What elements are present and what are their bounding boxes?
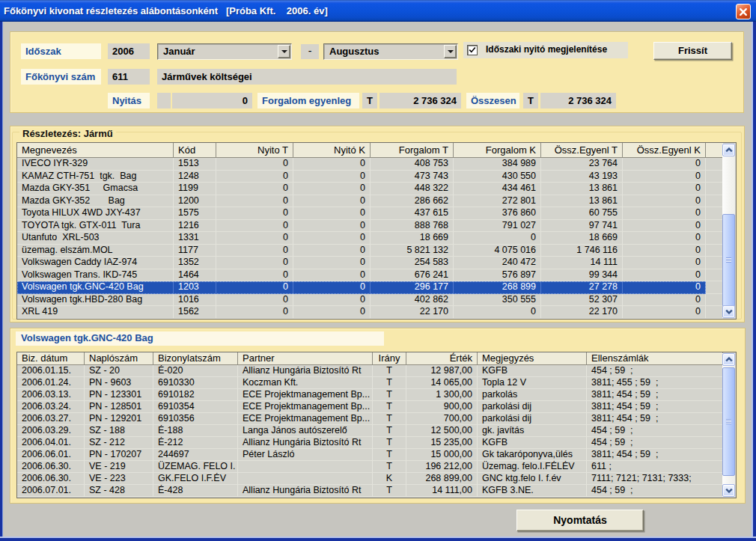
print-button[interactable]: Nyomtatás xyxy=(516,510,644,531)
table-row[interactable]: 2006.06.30.VE - 223GK.FELO I.F.ÉVK268 89… xyxy=(17,473,723,485)
table-row[interactable]: Volkswagen Trans. IKD-745146400676 24157… xyxy=(17,269,723,282)
year-field[interactable]: 2006 xyxy=(108,43,150,59)
column-header[interactable]: Össz.Egyenl T xyxy=(541,143,623,157)
table-row[interactable]: Volswagen tgk.GNC-420 Bag120300296 17726… xyxy=(17,281,723,294)
table-row[interactable]: IVECO IYR-329151300408 753384 98923 7640 xyxy=(17,158,723,171)
cell: SZ - 188 xyxy=(85,425,153,437)
month-to-select[interactable]: Augusztus xyxy=(323,43,458,60)
cell: 1464 xyxy=(174,269,216,282)
transactions-table[interactable]: Biz. dátumNaplószámBizonylatszámPartnerI… xyxy=(16,352,737,498)
scroll-down-button[interactable] xyxy=(722,484,735,497)
column-header[interactable]: Ellenszámlák xyxy=(587,352,723,364)
opening-checkbox[interactable] xyxy=(467,45,478,55)
table-row[interactable]: TOYOTA tgk. GTX-011 Tura121600888 768791… xyxy=(17,220,723,233)
column-header[interactable]: Nyito T xyxy=(216,143,293,157)
vertical-scrollbar[interactable] xyxy=(722,144,735,318)
cell: 1513 xyxy=(174,158,216,171)
scrollbar-thumb[interactable] xyxy=(722,367,735,476)
column-header[interactable]: Naplószám xyxy=(85,352,153,364)
table-row[interactable]: Volkswagen Caddy IAZ-974135200254 583240… xyxy=(17,257,723,269)
table-row[interactable]: Mazda GKY-352 Bag120000286 662272 80113 … xyxy=(17,195,723,208)
cell: 0 xyxy=(623,220,706,233)
opening-checkbox-label[interactable]: Időszaki nyitó megjelenítése xyxy=(486,42,607,58)
table-row[interactable]: 2006.03.29.SZ - 188É-188Langa János autó… xyxy=(17,425,723,437)
table-row[interactable]: 2006.01.15.SZ - 20É-020Allianz Hungária … xyxy=(17,365,723,377)
table-row[interactable]: 2006.06.30.VE - 219ÜZEMAG. FELO I.T196 2… xyxy=(17,461,723,473)
column-header[interactable]: Megnevezés xyxy=(17,143,174,157)
table-row[interactable]: Toyota HILUX 4WD JXY-437157500437 615376… xyxy=(17,207,723,220)
table-row[interactable]: 2006.04.01.SZ - 212É-212Allianz Hungária… xyxy=(17,437,723,449)
scroll-up-button[interactable] xyxy=(722,144,735,156)
column-header[interactable]: Forgalom K xyxy=(454,143,541,157)
table-row[interactable]: Mazda GKY-351 Gmacsa119900448 322434 461… xyxy=(17,183,723,195)
cell-filler xyxy=(706,171,723,183)
column-header[interactable]: Bizonylatszám xyxy=(153,352,238,364)
close-button[interactable] xyxy=(736,4,751,19)
month-from-select[interactable]: Január xyxy=(157,43,292,60)
cell: T xyxy=(373,365,406,377)
ledger-number-field[interactable]: 611 xyxy=(108,69,150,85)
scrollbar-thumb[interactable] xyxy=(722,214,735,307)
month-from-value: Január xyxy=(161,44,276,59)
scroll-up-button[interactable] xyxy=(722,353,735,366)
column-header[interactable]: Biz. dátum xyxy=(17,352,85,364)
scrollbar-grip-icon xyxy=(726,419,731,424)
cell: 0 xyxy=(216,294,293,307)
month-to-dropdown-button[interactable] xyxy=(444,45,457,58)
cell: Volkswagen Trans. IKD-745 xyxy=(17,269,174,282)
cell-filler xyxy=(706,269,723,282)
table-row[interactable]: XRL 41915620022 170022 1700 xyxy=(17,306,723,319)
table-row[interactable]: 2006.01.24.PN - 96036910330Koczman Kft.T… xyxy=(17,377,723,389)
cell xyxy=(238,461,373,473)
cell: 0 xyxy=(623,257,706,269)
table-row[interactable]: 2006.03.27.PN - 1292016910356ECE Projekt… xyxy=(17,413,723,425)
table-row[interactable]: Volswagen tgk.HBD-280 Bag101600402 86235… xyxy=(17,294,723,307)
column-header[interactable]: Nyitó K xyxy=(293,143,371,157)
column-header[interactable]: Forgalom T xyxy=(371,143,454,157)
month-to-value: Augusztus xyxy=(327,44,442,59)
cell: T xyxy=(373,389,406,401)
cell: 1352 xyxy=(174,257,216,269)
cell: KGFB 3.NE. xyxy=(478,485,587,497)
cell-filler xyxy=(706,257,723,269)
table-row[interactable]: üzemag. elszám.MOL1177005 821 1324 075 0… xyxy=(17,245,723,257)
column-header[interactable]: Megjegyzés xyxy=(478,352,587,364)
vertical-scrollbar[interactable] xyxy=(722,353,735,497)
column-header[interactable]: Kód xyxy=(174,143,216,157)
table-row[interactable]: Utanfuto XRL-50313310018 669018 6690 xyxy=(17,232,723,245)
cell: parkolási dij xyxy=(478,413,587,425)
ledger-name-field[interactable]: Járművek költségei xyxy=(157,69,457,85)
cell: 2006.06.30. xyxy=(17,473,85,485)
cell: 0 xyxy=(293,281,371,294)
column-header[interactable]: Irány xyxy=(373,352,406,364)
title-bar[interactable]: Főkönyvi kivonat részletezés alábontáson… xyxy=(0,0,756,22)
cell: É-212 xyxy=(153,437,238,449)
scroll-down-button[interactable] xyxy=(722,305,735,318)
cell: 0 xyxy=(216,245,293,257)
table-row[interactable]: 2006.06.01.PN - 170207244697Péter László… xyxy=(17,449,723,461)
column-header[interactable]: Össz.Egyenl K xyxy=(623,143,706,157)
cell: 350 555 xyxy=(454,294,541,307)
window-border-left xyxy=(0,22,3,541)
detail-table[interactable]: MegnevezésKódNyito TNyitó KForgalom TFor… xyxy=(16,142,737,320)
table-row[interactable]: KAMAZ CTH-751 tgk. Bag124800473 743430 5… xyxy=(17,171,723,183)
table-row[interactable]: 2006.03.13.PN - 1233016910182ECE Projekt… xyxy=(17,389,723,401)
column-header[interactable]: Partner xyxy=(238,352,373,364)
cell: 60 755 xyxy=(541,207,623,220)
month-from-dropdown-button[interactable] xyxy=(278,45,290,58)
table-row[interactable]: 2006.07.01.SZ - 428É-428Allianz Hungária… xyxy=(17,485,723,497)
cell: 0 xyxy=(454,232,541,245)
cell: Allianz Hungária Biztosító Rt xyxy=(238,437,373,449)
cell: 454 ; 59 ; xyxy=(587,365,723,377)
cell: 0 xyxy=(623,207,706,220)
cell: 2006.03.13. xyxy=(17,389,85,401)
refresh-button[interactable]: Frissít xyxy=(653,42,732,60)
cell: 3811; 454 ; 59 ; xyxy=(587,413,723,425)
cell: 0 xyxy=(216,269,293,282)
column-header[interactable]: Érték xyxy=(406,352,478,364)
cell: Gk takaróponyva,ülés xyxy=(478,449,587,461)
table-row[interactable]: 2006.03.24.PN - 1285016910354ECE Projekt… xyxy=(17,401,723,413)
cell: 43 193 xyxy=(541,171,623,183)
cell: É-188 xyxy=(153,425,238,437)
cell: 1203 xyxy=(174,281,216,294)
